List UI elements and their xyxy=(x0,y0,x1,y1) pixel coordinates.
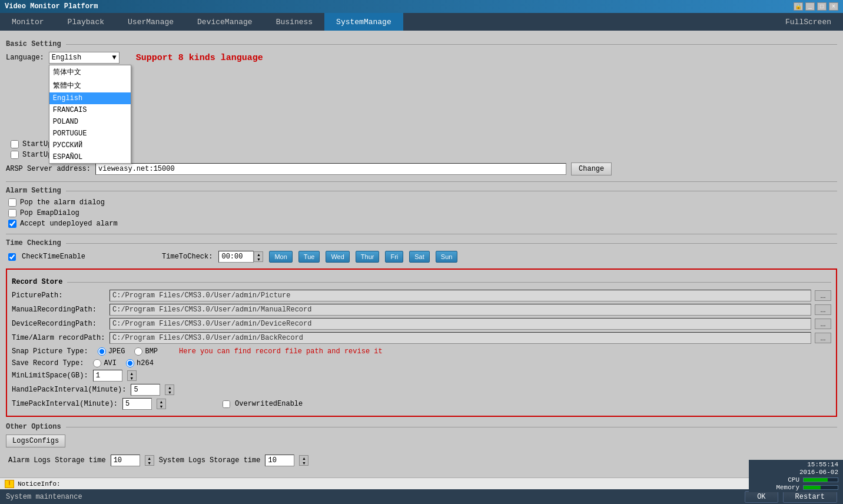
menu-item-devicemanage[interactable]: DeviceManage xyxy=(185,13,264,31)
alarm-logs-down[interactable]: ▼ xyxy=(145,460,154,465)
saturday-button[interactable]: Sat xyxy=(409,251,430,263)
memory-fill xyxy=(804,486,821,489)
record-annotation: Here you can find record file path and r… xyxy=(179,347,383,356)
menu-item-business[interactable]: Business xyxy=(264,13,324,31)
menu-item-systemmanage[interactable]: SystemManage xyxy=(324,13,403,31)
startup2-checkbox[interactable] xyxy=(11,151,19,159)
record-store-section: Record Store PicturePath: ... ManualReco… xyxy=(6,268,837,417)
menu-item-usermanage[interactable]: UserManage xyxy=(116,13,185,31)
accept-undeployed-label: Accept undeployed alarm xyxy=(20,220,118,228)
min-limit-input[interactable] xyxy=(93,370,122,382)
tuesday-button[interactable]: Tue xyxy=(298,251,320,263)
language-option-francais[interactable]: FRANCAIS xyxy=(49,104,131,116)
time-pack-row: TimePackInterval(Minute): ▲ ▼ Overwrited… xyxy=(12,398,831,410)
time-pack-down[interactable]: ▼ xyxy=(157,404,165,409)
language-option-poland[interactable]: POLAND xyxy=(49,116,131,128)
system-logs-down[interactable]: ▼ xyxy=(300,460,308,465)
accept-undeployed-checkbox[interactable] xyxy=(8,220,16,228)
alarm-setting-section: Alarm Setting Pop the alarm dialog Pop E… xyxy=(6,187,837,228)
pop-emap-label: Pop EmapDialog xyxy=(20,209,79,217)
time-up-button[interactable]: ▲ xyxy=(254,252,263,257)
bmp-label: BMP xyxy=(145,347,158,356)
arsp-label: ARSP Server address: xyxy=(6,165,91,173)
monday-button[interactable]: Mon xyxy=(269,251,292,263)
lock-icon: 🔒 xyxy=(794,2,803,11)
alarm-logs-up[interactable]: ▲ xyxy=(145,456,154,460)
manual-record-path-input[interactable] xyxy=(109,304,811,316)
selected-language: English xyxy=(52,54,112,62)
arsp-input[interactable] xyxy=(95,163,566,175)
min-limit-up[interactable]: ▲ xyxy=(128,371,136,376)
manual-record-path-browse[interactable]: ... xyxy=(815,304,831,315)
alarm-logs-label: Alarm Logs Storage time xyxy=(8,456,106,465)
menu-item-fullscreen[interactable]: FullScreen xyxy=(774,13,843,31)
restore-button[interactable]: □ xyxy=(817,2,827,11)
alarm-record-path-browse[interactable]: ... xyxy=(815,333,831,343)
alarm-record-path-row: Time/Alarm recordPath: ... xyxy=(12,332,831,344)
jpeg-radio[interactable] xyxy=(98,347,106,356)
time-display: 15:55:14 xyxy=(807,461,838,468)
device-record-path-row: DeviceRecordingPath: ... xyxy=(12,318,831,330)
startup-checkbox[interactable] xyxy=(11,140,19,148)
manual-record-path-label: ManualRecordingPath: xyxy=(12,306,106,314)
handle-pack-spinner: ▲ ▼ xyxy=(165,384,174,395)
bmp-radio[interactable] xyxy=(134,347,142,356)
restart-button[interactable]: Restart xyxy=(783,491,837,503)
pop-alarm-checkbox[interactable] xyxy=(8,198,16,207)
language-option-portugue[interactable]: PORTUGUE xyxy=(49,128,131,140)
date-display: 2016-06-02 xyxy=(799,469,838,476)
arsp-row: ARSP Server address: Change xyxy=(6,163,837,175)
menu-item-playback[interactable]: Playback xyxy=(56,13,116,31)
device-record-path-browse[interactable]: ... xyxy=(815,319,831,329)
time-pack-up[interactable]: ▲ xyxy=(157,399,165,404)
overwrite-checkbox[interactable] xyxy=(223,400,230,408)
memory-label: Memory xyxy=(776,484,799,491)
ok-button[interactable]: OK xyxy=(745,491,778,503)
window-controls: 🔒 _ □ × xyxy=(794,2,838,11)
check-time-enable-checkbox[interactable] xyxy=(8,253,16,261)
time-pack-input[interactable] xyxy=(122,398,152,410)
avi-radio[interactable] xyxy=(93,359,101,367)
alarm-record-path-input[interactable] xyxy=(109,332,811,344)
alarm-logs-input[interactable] xyxy=(111,455,140,466)
avi-option: AVI xyxy=(93,359,117,367)
handle-pack-down[interactable]: ▼ xyxy=(165,390,174,394)
checkboxes-area: StartUp AutoLogin StartUp Restore xyxy=(8,140,837,159)
system-logs-up[interactable]: ▲ xyxy=(300,456,308,460)
picture-path-input[interactable] xyxy=(109,290,811,301)
startup-checkbox-row: StartUp AutoLogin xyxy=(11,140,837,148)
language-option-russian[interactable]: РУССКИЙ xyxy=(49,140,131,151)
language-option-espanol[interactable]: ESPAÑOL xyxy=(49,151,131,163)
change-button[interactable]: Change xyxy=(571,163,612,175)
time-pack-spinner: ▲ ▼ xyxy=(157,399,166,409)
handle-pack-input[interactable] xyxy=(131,384,160,396)
logs-configs-button[interactable]: LogsConfigs xyxy=(6,435,65,447)
pop-emap-checkbox[interactable] xyxy=(8,209,16,217)
language-option-traditional-chinese[interactable]: 繁體中文 xyxy=(49,79,131,92)
system-logs-input[interactable] xyxy=(265,455,294,466)
handle-pack-up[interactable]: ▲ xyxy=(165,385,174,390)
picture-path-row: PicturePath: ... xyxy=(12,290,831,301)
h264-label: h264 xyxy=(137,359,154,367)
close-button[interactable]: × xyxy=(829,2,838,11)
notice-label: NoticeInfo: xyxy=(18,480,61,488)
language-dropdown-trigger[interactable]: English ▼ xyxy=(49,52,120,64)
thursday-button[interactable]: Thur xyxy=(356,251,380,263)
picture-path-browse[interactable]: ... xyxy=(815,290,831,301)
time-down-button[interactable]: ▼ xyxy=(254,257,263,261)
friday-button[interactable]: Fri xyxy=(385,251,403,263)
minimize-button[interactable]: _ xyxy=(805,2,815,11)
wednesday-button[interactable]: Wed xyxy=(326,251,349,263)
logs-storage-row: Alarm Logs Storage time ▲ ▼ System Logs … xyxy=(6,452,837,469)
sunday-button[interactable]: Sun xyxy=(436,251,458,263)
language-option-english[interactable]: English xyxy=(49,92,131,104)
language-option-simplified-chinese[interactable]: 简体中文 xyxy=(49,65,131,79)
min-limit-down[interactable]: ▼ xyxy=(128,376,136,380)
time-input[interactable] xyxy=(218,251,254,263)
h264-radio[interactable] xyxy=(126,359,134,367)
other-options-section: Other Options LogsConfigs Alarm Logs Sto… xyxy=(6,423,837,469)
menu-item-monitor[interactable]: Monitor xyxy=(0,13,56,31)
device-record-path-input[interactable] xyxy=(109,318,811,330)
basic-setting-section: Basic Setting Language: English ▼ 简体中文 繁… xyxy=(6,40,837,175)
startup-label: StartUp xyxy=(22,140,52,148)
